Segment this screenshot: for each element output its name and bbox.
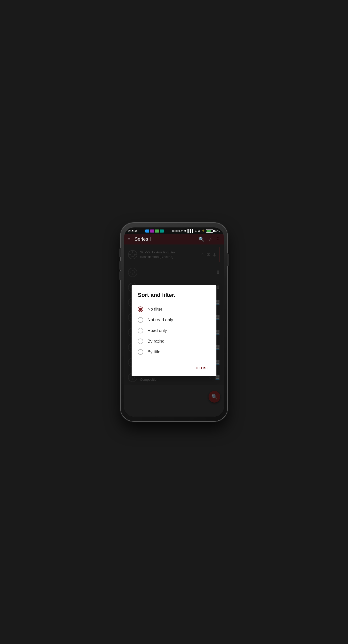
option-by-rating[interactable]: By rating [138,336,210,347]
option-read-only[interactable]: Read only [138,325,210,336]
nav-actions: 🔍 ⇌ ⋮ [199,236,220,242]
more-options-icon[interactable]: ⋮ [216,236,220,242]
radio-no-filter[interactable] [138,306,143,312]
radio-read-only[interactable] [138,328,143,333]
battery-fill [207,230,211,232]
filter-icon[interactable]: ⇌ [208,237,212,242]
status-icons [145,229,164,233]
app-icon-2 [150,229,154,233]
app-icon-1 [145,229,149,233]
status-time: 21:10 [128,229,137,233]
signal-bars: ▌▌▌ [187,229,194,233]
content-list: ? SCP-001 - Awaiting De-classification [… [124,244,224,417]
option-label-read-only: Read only [147,328,167,333]
search-icon[interactable]: 🔍 [199,236,204,242]
network-speed: 0,00КБ/с [172,229,183,233]
option-label-by-title: By title [147,349,160,355]
option-no-filter[interactable]: No filter [138,304,210,315]
radio-not-read-only[interactable] [138,317,143,323]
radio-by-title[interactable] [138,349,143,355]
dialog-title: Sort and filter. [138,292,210,298]
phone-device: 21:10 0,00КБ/с ✱ ▌▌▌ 4G+ ⚡ 67% ≡ [121,223,227,421]
option-not-read-only[interactable]: Not read only [138,315,210,325]
charge-icon: ⚡ [201,229,205,233]
status-right: 0,00КБ/с ✱ ▌▌▌ 4G+ ⚡ 67% [172,229,220,233]
option-label-not-read-only: Not read only [147,317,173,323]
status-bar: 21:10 0,00КБ/с ✱ ▌▌▌ 4G+ ⚡ 67% [124,227,224,234]
menu-icon[interactable]: ≡ [128,237,131,241]
close-button[interactable]: CLOSE [195,364,210,372]
app-icon-4 [160,229,164,233]
option-label-no-filter: No filter [147,307,162,312]
option-by-title[interactable]: By title [138,347,210,357]
sort-filter-dialog: Sort and filter. No filter Not read only [132,285,216,376]
battery-indicator [206,229,213,233]
nav-bar: ≡ Series I 🔍 ⇌ ⋮ [124,234,224,244]
battery-percent: 67% [214,229,220,233]
phone-screen: 21:10 0,00КБ/с ✱ ▌▌▌ 4G+ ⚡ 67% ≡ [124,227,224,417]
radio-by-rating[interactable] [138,339,143,344]
dialog-actions: CLOSE [138,362,210,372]
bluetooth-icon: ✱ [184,229,186,233]
nav-title: Series I [135,236,199,242]
network-type: 4G+ [195,229,200,233]
option-label-by-rating: By rating [147,339,164,344]
app-icon-3 [155,229,159,233]
dialog-overlay: Sort and filter. No filter Not read only [124,244,224,417]
